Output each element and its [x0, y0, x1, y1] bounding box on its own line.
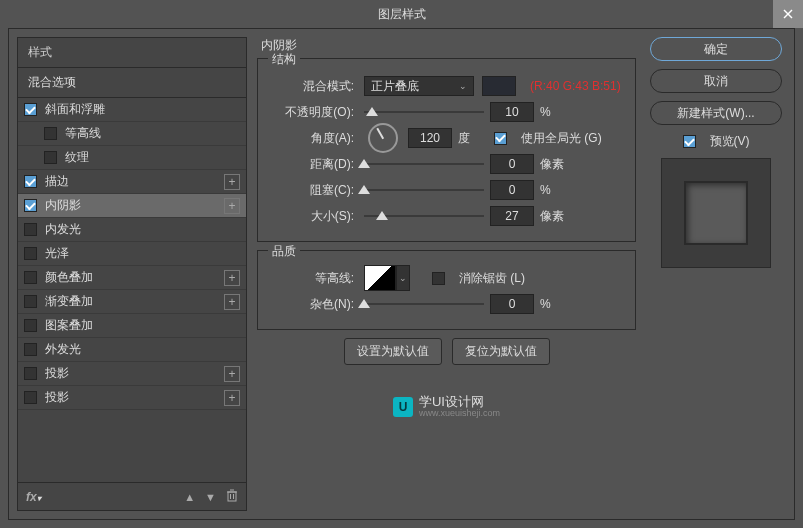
style-checkbox[interactable]	[24, 199, 37, 212]
quality-group: 品质 等高线: ⌄ 消除锯齿 (L) 杂色(N): 0 %	[257, 250, 636, 330]
style-checkbox[interactable]	[24, 103, 37, 116]
style-checkbox[interactable]	[24, 343, 37, 356]
size-row: 大小(S): 27 像素	[270, 203, 623, 229]
angle-row: 角度(A): 120 度 使用全局光 (G)	[270, 125, 623, 151]
style-item-0[interactable]: 斜面和浮雕	[18, 98, 246, 122]
style-checkbox[interactable]	[44, 151, 57, 164]
structure-group: 结构 混合模式: 正片叠底 ⌄ (R:40 G:43 B:51) 不透明度(O)…	[257, 58, 636, 242]
style-label: 内阴影	[45, 197, 81, 214]
noise-label: 杂色(N):	[270, 296, 354, 313]
contour-picker[interactable]	[364, 265, 396, 291]
style-item-5[interactable]: 内发光	[18, 218, 246, 242]
choke-slider[interactable]	[364, 182, 484, 198]
preview-checkbox[interactable]	[683, 135, 696, 148]
style-item-11[interactable]: 投影+	[18, 362, 246, 386]
style-label: 图案叠加	[45, 317, 93, 334]
size-input[interactable]: 27	[490, 206, 534, 226]
style-label: 描边	[45, 173, 69, 190]
opacity-row: 不透明度(O): 10 %	[270, 99, 623, 125]
style-checkbox[interactable]	[24, 391, 37, 404]
add-effect-icon[interactable]: +	[224, 198, 240, 214]
style-item-7[interactable]: 颜色叠加+	[18, 266, 246, 290]
noise-input[interactable]: 0	[490, 294, 534, 314]
choke-label: 阻塞(C):	[270, 182, 354, 199]
dialog-title: 图层样式	[378, 6, 426, 23]
style-item-10[interactable]: 外发光	[18, 338, 246, 362]
style-checkbox[interactable]	[24, 175, 37, 188]
opacity-input[interactable]: 10	[490, 102, 534, 122]
size-label: 大小(S):	[270, 208, 354, 225]
distance-slider[interactable]	[364, 156, 484, 172]
new-style-button[interactable]: 新建样式(W)...	[650, 101, 782, 125]
make-default-button[interactable]: 设置为默认值	[344, 338, 442, 365]
reset-default-button[interactable]: 复位为默认值	[452, 338, 550, 365]
distance-label: 距离(D):	[270, 156, 354, 173]
add-effect-icon[interactable]: +	[224, 294, 240, 310]
ok-button[interactable]: 确定	[650, 37, 782, 61]
color-swatch[interactable]	[482, 76, 516, 96]
styles-footer: fx▾ ▲ ▼	[18, 482, 246, 510]
style-item-1[interactable]: 等高线	[18, 122, 246, 146]
move-down-icon[interactable]: ▼	[205, 491, 216, 503]
angle-input[interactable]: 120	[408, 128, 452, 148]
style-checkbox[interactable]	[24, 223, 37, 236]
settings-panel: 内阴影 结构 混合模式: 正片叠底 ⌄ (R:40 G:43 B:51) 不透明…	[247, 37, 646, 511]
opacity-slider[interactable]	[364, 104, 484, 120]
opacity-unit: %	[540, 105, 570, 119]
contour-dropdown[interactable]: ⌄	[396, 265, 410, 291]
angle-dial[interactable]	[368, 123, 398, 153]
move-up-icon[interactable]: ▲	[184, 491, 195, 503]
close-button[interactable]	[773, 0, 803, 28]
angle-unit: 度	[458, 130, 488, 147]
style-label: 投影	[45, 389, 69, 406]
add-effect-icon[interactable]: +	[224, 270, 240, 286]
style-checkbox[interactable]	[24, 247, 37, 260]
contour-label: 等高线:	[270, 270, 354, 287]
noise-row: 杂色(N): 0 %	[270, 291, 623, 317]
style-label: 外发光	[45, 341, 81, 358]
style-label: 等高线	[65, 125, 101, 142]
distance-input[interactable]: 0	[490, 154, 534, 174]
preview-row: 预览(V)	[650, 133, 782, 150]
style-item-3[interactable]: 描边+	[18, 170, 246, 194]
antialias-checkbox[interactable]	[432, 272, 445, 285]
watermark-text-en: www.xueuisheji.com	[419, 409, 500, 419]
contour-row: 等高线: ⌄ 消除锯齿 (L)	[270, 265, 623, 291]
opacity-label: 不透明度(O):	[270, 104, 354, 121]
blending-options-header[interactable]: 混合选项	[18, 67, 246, 98]
fx-icon[interactable]: fx▾	[26, 490, 41, 504]
choke-input[interactable]: 0	[490, 180, 534, 200]
style-checkbox[interactable]	[24, 271, 37, 284]
add-effect-icon[interactable]: +	[224, 174, 240, 190]
style-checkbox[interactable]	[24, 319, 37, 332]
style-item-4[interactable]: 内阴影+	[18, 194, 246, 218]
global-light-checkbox[interactable]	[494, 132, 507, 145]
angle-label: 角度(A):	[270, 130, 354, 147]
style-checkbox[interactable]	[24, 295, 37, 308]
style-checkbox[interactable]	[24, 367, 37, 380]
preview-box	[661, 158, 771, 268]
size-slider[interactable]	[364, 208, 484, 224]
add-effect-icon[interactable]: +	[224, 390, 240, 406]
style-checkbox[interactable]	[44, 127, 57, 140]
style-item-9[interactable]: 图案叠加	[18, 314, 246, 338]
blend-mode-select[interactable]: 正片叠底 ⌄	[364, 76, 474, 96]
add-effect-icon[interactable]: +	[224, 366, 240, 382]
styles-header[interactable]: 样式	[18, 38, 246, 67]
style-item-8[interactable]: 渐变叠加+	[18, 290, 246, 314]
watermark: U 学UI设计网 www.xueuisheji.com	[257, 395, 636, 419]
distance-row: 距离(D): 0 像素	[270, 151, 623, 177]
cancel-button[interactable]: 取消	[650, 69, 782, 93]
dialog-body: 样式 混合选项 斜面和浮雕等高线纹理描边+内阴影+内发光光泽颜色叠加+渐变叠加+…	[8, 28, 795, 520]
style-item-2[interactable]: 纹理	[18, 146, 246, 170]
blend-mode-row: 混合模式: 正片叠底 ⌄ (R:40 G:43 B:51)	[270, 73, 623, 99]
structure-title: 结构	[268, 51, 300, 68]
style-item-12[interactable]: 投影+	[18, 386, 246, 410]
rgb-annotation: (R:40 G:43 B:51)	[530, 79, 621, 93]
style-item-6[interactable]: 光泽	[18, 242, 246, 266]
style-label: 内发光	[45, 221, 81, 238]
antialias-label: 消除锯齿 (L)	[459, 270, 525, 287]
trash-icon[interactable]	[226, 489, 238, 505]
noise-slider[interactable]	[364, 296, 484, 312]
watermark-logo-icon: U	[393, 397, 413, 417]
